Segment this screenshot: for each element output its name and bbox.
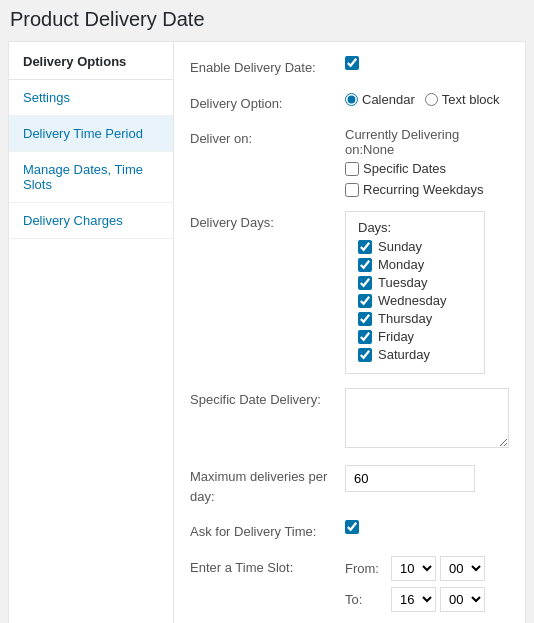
time-slot-field: From: 10 11 12 13 14 15 16 00 15 [345, 556, 509, 618]
delivery-option-radio-group: Calendar Text block [345, 92, 509, 107]
recurring-weekdays-label[interactable]: Recurring Weekdays [345, 182, 483, 197]
deliver-on-label: Deliver on: [190, 127, 345, 149]
radio-calendar[interactable] [345, 93, 358, 106]
ask-delivery-time-row: Ask for Delivery Time: [190, 520, 509, 542]
day-row-tuesday: Tuesday [358, 275, 472, 290]
ask-delivery-time-field [345, 520, 509, 537]
delivery-days-label: Delivery Days: [190, 211, 345, 233]
day-checkbox-friday[interactable] [358, 330, 372, 344]
day-checkbox-wednesday[interactable] [358, 294, 372, 308]
time-slot-label: Enter a Time Slot: [190, 556, 345, 578]
time-slot-row: Enter a Time Slot: From: 10 11 12 13 14 … [190, 556, 509, 618]
delivery-option-row: Delivery Option: Calendar Text block [190, 92, 509, 114]
day-checkbox-thursday[interactable] [358, 312, 372, 326]
delivery-option-field: Calendar Text block [345, 92, 509, 107]
specific-dates-label[interactable]: Specific Dates [345, 161, 446, 176]
radio-text-block-label[interactable]: Text block [425, 92, 500, 107]
radio-calendar-label[interactable]: Calendar [345, 92, 415, 107]
sidebar: Delivery Options Settings Delivery Time … [9, 42, 174, 623]
days-box-title: Days: [358, 220, 472, 235]
day-row-monday: Monday [358, 257, 472, 272]
ask-delivery-time-checkbox[interactable] [345, 520, 359, 534]
enable-delivery-date-label: Enable Delivery Date: [190, 56, 345, 78]
main-content: Enable Delivery Date: Delivery Option: C… [174, 42, 525, 623]
delivery-option-label: Delivery Option: [190, 92, 345, 114]
to-hour-select[interactable]: 10 11 12 13 14 15 16 [391, 587, 436, 612]
specific-date-textarea[interactable] [345, 388, 509, 448]
recurring-weekdays-checkbox[interactable] [345, 183, 359, 197]
delivery-days-field: Days: Sunday Monday Tuesday [345, 211, 509, 374]
day-row-friday: Friday [358, 329, 472, 344]
ask-delivery-time-label: Ask for Delivery Time: [190, 520, 345, 542]
enable-delivery-date-checkbox[interactable] [345, 56, 359, 70]
from-minute-select[interactable]: 00 15 30 45 [440, 556, 485, 581]
day-row-wednesday: Wednesday [358, 293, 472, 308]
day-checkbox-monday[interactable] [358, 258, 372, 272]
sidebar-item-delivery-time-period[interactable]: Delivery Time Period [9, 116, 173, 152]
to-label: To: [345, 592, 387, 607]
sidebar-item-delivery-charges[interactable]: Delivery Charges [9, 203, 173, 239]
specific-dates-checkbox[interactable] [345, 162, 359, 176]
deliver-on-field: Currently Delivering on:None Specific Da… [345, 127, 509, 197]
max-deliveries-row: Maximum deliveries per day: [190, 465, 509, 506]
delivery-days-row: Delivery Days: Days: Sunday Monday [190, 211, 509, 374]
specific-date-delivery-label: Specific Date Delivery: [190, 388, 345, 410]
day-checkbox-tuesday[interactable] [358, 276, 372, 290]
day-row-thursday: Thursday [358, 311, 472, 326]
radio-text-block[interactable] [425, 93, 438, 106]
specific-date-delivery-row: Specific Date Delivery: [190, 388, 509, 451]
enable-delivery-date-row: Enable Delivery Date: [190, 56, 509, 78]
day-checkbox-saturday[interactable] [358, 348, 372, 362]
days-box: Days: Sunday Monday Tuesday [345, 211, 485, 374]
currently-delivering-text: Currently Delivering on:None [345, 127, 509, 157]
page-wrapper: Product Delivery Date Delivery Options S… [0, 0, 534, 623]
max-deliveries-label: Maximum deliveries per day: [190, 465, 345, 506]
from-row: From: 10 11 12 13 14 15 16 00 15 [345, 556, 509, 581]
sidebar-item-settings[interactable]: Settings [9, 80, 173, 116]
main-container: Delivery Options Settings Delivery Time … [8, 41, 526, 623]
max-deliveries-field [345, 465, 509, 492]
sidebar-heading: Delivery Options [9, 42, 173, 80]
from-hour-select[interactable]: 10 11 12 13 14 15 16 [391, 556, 436, 581]
day-checkbox-sunday[interactable] [358, 240, 372, 254]
day-row-sunday: Sunday [358, 239, 472, 254]
max-deliveries-input[interactable] [345, 465, 475, 492]
to-minute-select[interactable]: 00 15 30 45 [440, 587, 485, 612]
sidebar-item-manage-dates[interactable]: Manage Dates, Time Slots [9, 152, 173, 203]
to-row: To: 10 11 12 13 14 15 16 00 15 [345, 587, 509, 612]
specific-date-delivery-field [345, 388, 509, 451]
enable-delivery-date-field [345, 56, 509, 73]
specific-dates-row: Specific Dates Recurring Weekdays [345, 161, 509, 197]
from-label: From: [345, 561, 387, 576]
day-row-saturday: Saturday [358, 347, 472, 362]
deliver-on-row: Deliver on: Currently Delivering on:None… [190, 127, 509, 197]
page-title: Product Delivery Date [8, 8, 526, 31]
